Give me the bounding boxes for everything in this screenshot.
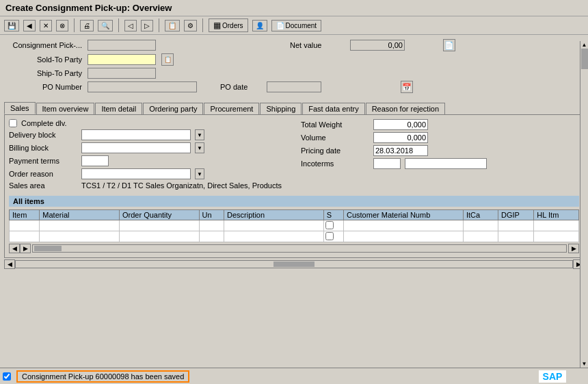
tab-shipping[interactable]: Shipping (260, 103, 302, 114)
calendar-icon-btn[interactable]: 📅 (401, 81, 413, 93)
billing-block-label: Billing block (9, 144, 77, 152)
sold-to-input[interactable] (88, 54, 156, 65)
tab-content: Complete dlv. Delivery block ▼ Billing b… (4, 114, 584, 258)
tab-fast-data-entry[interactable]: Fast data entry (302, 103, 364, 114)
all-items-section: All items Item Material Order Quantity U… (9, 196, 579, 253)
po-number-label: PO Number (7, 83, 82, 91)
cell-s-2 (323, 231, 343, 242)
tab-sales[interactable]: Sales (4, 102, 36, 114)
v-scroll-down[interactable]: ▼ (580, 360, 588, 368)
bottom-scrollbar[interactable] (15, 260, 573, 268)
consignment-label: Consignment Pick-... (7, 41, 82, 49)
cell-item-1 (10, 220, 40, 231)
tab-procurement[interactable]: Procurement (204, 103, 259, 114)
col-item: Item (10, 210, 40, 220)
consignment-input[interactable] (88, 40, 156, 51)
config-button[interactable]: ⚙ (184, 20, 197, 31)
bottom-scrollbar-thumb (273, 261, 315, 267)
billing-block-input[interactable] (81, 142, 191, 153)
sold-to-select-btn[interactable]: 📋 (161, 53, 174, 66)
ship-to-input[interactable] (88, 68, 156, 79)
total-weight-input[interactable] (373, 119, 428, 130)
pricing-date-row: Pricing date (301, 145, 579, 156)
complete-dlv-row: Complete dlv. (9, 119, 287, 127)
net-value-input[interactable] (350, 40, 405, 51)
document-label: Document (286, 22, 317, 29)
doc-icon-button[interactable]: 👤 (252, 20, 267, 31)
cell-desc-1 (224, 220, 324, 231)
pricing-date-input[interactable] (373, 145, 428, 156)
h-scrollbar[interactable] (32, 244, 567, 253)
cell-qty-1 (119, 220, 199, 231)
form-area: Consignment Pick-... Net value 📄 Sold-To… (0, 35, 588, 99)
po-number-input[interactable] (88, 81, 197, 92)
incoterms-input-2[interactable] (405, 158, 487, 169)
row1-s-checkbox[interactable] (325, 221, 334, 229)
v-scrollbar: ▲ ▼ (580, 41, 588, 368)
complete-dlv-checkbox[interactable] (9, 119, 17, 127)
billing-block-row: Billing block ▼ (9, 142, 287, 153)
order-reason-input[interactable] (81, 168, 191, 179)
table-row (10, 220, 579, 231)
scroll-right-btn[interactable]: ▶ (20, 244, 31, 253)
tab-item-overview[interactable]: Item overview (36, 103, 95, 114)
incoterms-input-1[interactable] (373, 158, 401, 169)
delivery-block-dropdown[interactable]: ▼ (195, 129, 204, 140)
all-items-header: All items (9, 196, 579, 207)
back-button[interactable]: ◀ (23, 20, 36, 31)
po-date-label: PO date (220, 83, 261, 91)
cell-hlitm-1 (534, 220, 579, 231)
incoterms-label: Incoterms (301, 159, 369, 168)
document-icon-btn[interactable]: 📄 (443, 39, 455, 51)
cell-itca-2 (463, 231, 498, 242)
v-scroll-track[interactable] (580, 49, 588, 360)
separator-4 (202, 18, 203, 32)
col-customer-mat: Customer Material Numb (344, 210, 464, 220)
orders-menu-button[interactable]: ▦ Orders (209, 18, 248, 32)
status-bar: Consignment Pick-up 60000098 has been sa… (0, 368, 588, 384)
payment-terms-input[interactable] (81, 155, 109, 166)
document-menu-button[interactable]: 📄 Document (271, 20, 322, 31)
document-icon: 📄 (276, 22, 284, 29)
cell-qty-2 (119, 231, 199, 242)
status-checkbox[interactable] (3, 372, 11, 381)
tab-reason-for-rejection[interactable]: Reason for rejection (366, 103, 445, 114)
net-value-label: Net value (290, 41, 345, 49)
cancel-button[interactable]: ⊗ (56, 20, 68, 31)
order-reason-dropdown[interactable]: ▼ (195, 168, 204, 179)
other-button[interactable]: 📋 (165, 20, 180, 31)
exit-button[interactable]: ✕ (40, 20, 52, 31)
sold-to-row: Sold-To Party 📋 (7, 53, 581, 66)
separator-2 (118, 18, 119, 32)
cell-material-2 (40, 231, 120, 242)
delivery-block-input[interactable] (81, 129, 191, 140)
bottom-scroll-left[interactable]: ◀ (4, 259, 15, 269)
tab-ordering-party[interactable]: Ordering party (143, 103, 203, 114)
po-date-input[interactable] (267, 81, 321, 92)
find-button[interactable]: 🔍 (98, 20, 113, 31)
sap-logo: SAP (539, 370, 566, 383)
scroll-right2-btn[interactable]: ▶ (568, 244, 579, 253)
separator-1 (74, 18, 75, 32)
cell-material-1 (40, 220, 120, 231)
col-order-qty: Order Quantity (119, 210, 199, 220)
scroll-left-btn[interactable]: ◀ (9, 244, 20, 253)
tab-item-detail[interactable]: Item detail (95, 103, 142, 114)
print-button[interactable]: 🖨 (80, 20, 94, 31)
billing-block-dropdown[interactable]: ▼ (195, 142, 204, 153)
v-scroll-up[interactable]: ▲ (580, 41, 588, 49)
next-button[interactable]: ▷ (141, 20, 153, 31)
save-button[interactable]: 💾 (4, 20, 19, 31)
prev-button[interactable]: ◁ (124, 20, 137, 31)
sales-right-col: Total Weight Volume Pricing date Incoter… (301, 119, 579, 192)
h-scrollbar-thumb (34, 246, 62, 251)
volume-input[interactable] (373, 132, 428, 143)
ship-to-row: Ship-To Party (7, 68, 581, 79)
incoterms-row: Incoterms (301, 158, 579, 169)
col-itca: ItCa (463, 210, 498, 220)
sales-area-value: TCS1 / T2 / D1 TC Sales Organizatn, Dire… (81, 181, 282, 190)
table-scrollbar-row: ◀ ▶ ▶ (9, 244, 579, 253)
orders-grid-icon: ▦ (213, 21, 221, 30)
row2-s-checkbox[interactable] (325, 232, 334, 240)
cell-hlitm-2 (534, 231, 579, 242)
